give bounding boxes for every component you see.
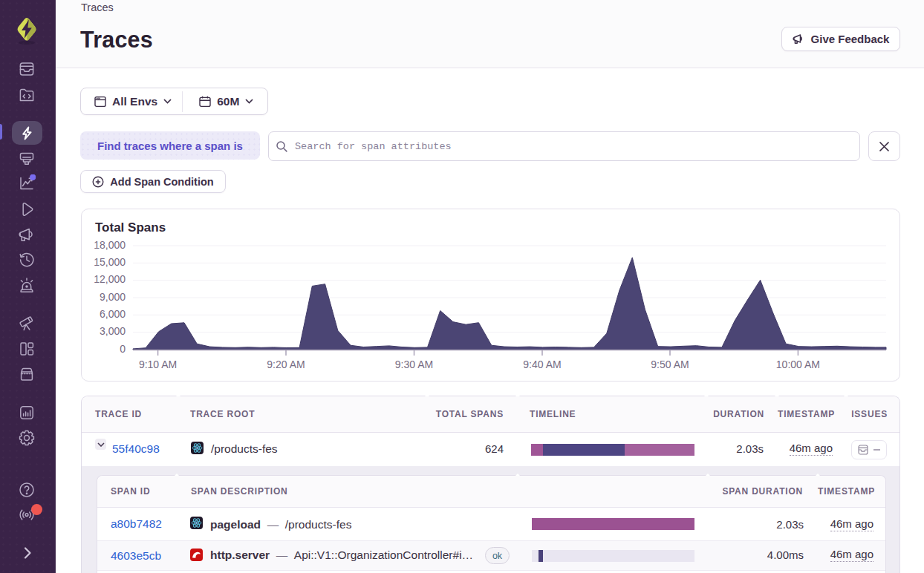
svg-text:0: 0 [120,343,126,355]
svg-text:15,000: 15,000 [94,256,126,268]
svg-text:3,000: 3,000 [100,325,126,337]
svg-text:9:50 AM: 9:50 AM [651,358,689,370]
svg-text:12,000: 12,000 [94,273,126,285]
svg-text:9:10 AM: 9:10 AM [139,358,177,370]
svg-text:18,000: 18,000 [94,239,126,251]
svg-text:9:30 AM: 9:30 AM [395,358,433,370]
svg-text:6,000: 6,000 [100,308,126,320]
svg-text:10:00 AM: 10:00 AM [776,358,820,370]
svg-text:9:20 AM: 9:20 AM [267,358,305,370]
svg-text:9,000: 9,000 [100,291,126,303]
svg-text:9:40 AM: 9:40 AM [523,358,561,370]
